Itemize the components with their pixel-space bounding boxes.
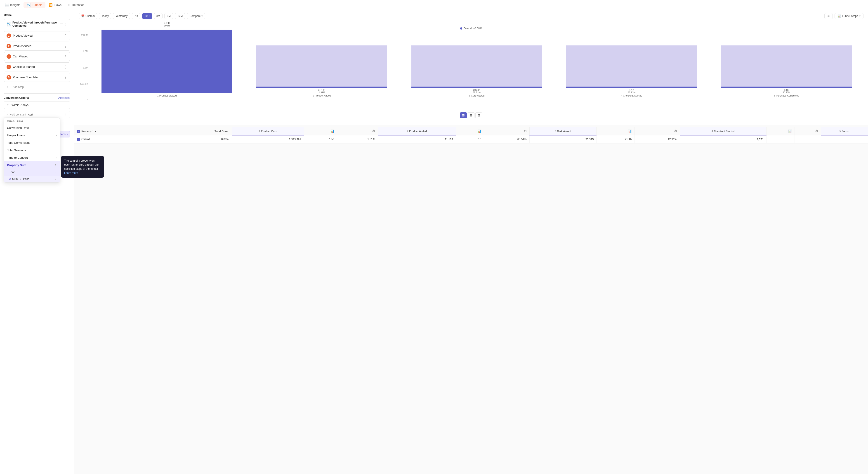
sidebar: Metric 📉 Product Viewed through Purchase… [0,10,74,474]
overall-step3-pct: 42.91% [634,135,680,144]
nav-tab-funnels[interactable]: 📉 Funnels [24,2,45,8]
within-days-text: Within 7 days [11,103,29,107]
date-7d-btn[interactable]: 7D [132,13,140,19]
y-axis: 2.38M 1.8M 1.2M 595.8K 0 [79,34,90,101]
legend-dot [460,27,462,30]
step-number-5: 5 [6,75,11,80]
chevron-sub-icon: ⌄ [55,178,57,181]
step-dots-1[interactable]: ⋮ [64,34,67,38]
y-label-5: 0 [87,99,88,101]
property-dropdown[interactable]: Property 1 ▾ [81,130,96,133]
step4-time-icon: ⏱ [795,127,821,135]
step-name-3: Cart Viewed [13,55,62,58]
date-12m-btn[interactable]: 12M [175,13,185,19]
step-item-5[interactable]: 5 Purchase Completed ⋮ [4,73,70,82]
clock-icon: ⏱ [6,103,10,107]
toggle-grid-btn[interactable]: ⊞ [468,112,474,118]
dropdown-total-conversions[interactable]: Total Conversions [4,139,60,147]
legend-text: Overall · 0.08% [464,27,482,30]
bar-converted-2 [256,87,387,88]
date-30d-btn[interactable]: 30D [142,13,152,19]
step-x-label-2: 2 Product Added [313,94,331,97]
dropdown-conversion-rate[interactable]: Conversion Rate [4,124,60,131]
overall-step1-pct: 1.31% [337,135,378,144]
step-x-label-3: 3 Cart Viewed [469,94,485,97]
funnel-chart: 2.38M 1.8M 1.2M 595.8K 0 2.38M 100% [79,34,864,110]
step-item-1[interactable]: 1 Product Viewed ⋮ [4,31,70,40]
data-table: ✓ Property 1 ▾ Total Conv. 1 [74,127,868,144]
metric-sparkline-icon: 〰 [60,23,63,26]
data-table-area: ✓ Property 1 ▾ Total Conv. 1 [74,127,868,144]
dropdown-time-to-convert[interactable]: Time to Convert › [4,154,60,161]
toggle-list-btn[interactable]: ⊡ [475,112,482,118]
date-3m-btn[interactable]: 3M [154,13,163,19]
step-dots-4[interactable]: ⋮ [64,65,67,69]
metric-more-icon[interactable]: ⋮ [64,22,67,26]
step-x-label-5: 5 Purchase Completed [774,94,799,97]
dropdown-unique-users[interactable]: Unique Users › [4,131,60,139]
chevron-prop-icon: ▾ [95,130,96,133]
hold-constant-item[interactable]: ≡ Hold constant cart ⋮ [4,111,70,118]
compare-btn[interactable]: Compare ▾ [187,13,205,19]
conversion-criteria-label: Conversion Criteria [4,96,29,99]
step5-col-header: 5 Purc... [821,127,868,135]
conversion-criteria-row: Conversion Criteria Advanced [0,96,74,99]
dropdown-total-sessions[interactable]: Total Sessions [4,147,60,154]
dropdown-sub-sum-price[interactable]: # Sum › Price ⌄ [4,176,60,182]
overall-step5-count [821,135,868,144]
step-item-2[interactable]: 2 Product Added ⋮ [4,41,70,51]
nav-tab-insights[interactable]: 📊 Insights [2,2,24,8]
step-dots-2[interactable]: ⋮ [64,44,67,49]
date-today-btn[interactable]: Today [99,13,111,19]
chart-area: Overall · 0.08% 2.38M 1.8M 1.2M 595.8K 0 [74,22,868,125]
chevron-up-icon: ∧ [55,163,57,167]
total-conversions-label: Total Conversions [7,141,30,145]
step-dots-5[interactable]: ⋮ [64,75,67,80]
funnel-step-5: 1,813 20.72% 5 Purchase Completed [710,34,864,97]
step1-rate-icon: 📊 [304,127,337,135]
date-yesterday-btn[interactable]: Yesterday [113,13,130,19]
y-label-1: 2.38M [81,34,88,36]
metric-header[interactable]: 📉 Product Viewed through Purchase Comple… [4,19,70,29]
step-item-3[interactable]: 3 Cart Viewed ⋮ [4,52,70,61]
step-item-4[interactable]: 4 Checkout Started ⋮ [4,62,70,71]
divider-1 [4,93,70,94]
date-custom-btn[interactable]: 📅 Custom [79,13,97,19]
add-step-button[interactable]: ＋ + Add Step [4,83,70,91]
overall-step2-count: 31,132 [378,135,456,144]
bar-pct-2: 1.31% [319,91,325,94]
overall-step1-count: 2,383,281 [232,135,304,144]
measuring-dropdown: Measuring Conversion Rate Unique Users ›… [4,118,60,183]
cart-label: cart [11,171,16,174]
step-dots-3[interactable]: ⋮ [64,55,67,59]
property-checkbox[interactable]: ✓ [77,130,80,133]
nav-tab-flows[interactable]: 🔀 Flows [45,2,65,8]
list-sub-icon: ☰ [7,171,9,174]
hold-constant-dots[interactable]: ⋮ [64,113,67,116]
step-name-2: Product Added [13,44,62,48]
toggle-table-btn[interactable]: ⊟ [460,112,467,118]
dropdown-property-sum[interactable]: Property Sum ∧ [4,161,60,169]
advanced-button[interactable]: Advanced [58,96,70,99]
settings-icon: ⚙ [827,14,830,18]
nav-tab-retention[interactable]: ⊞ Retention [65,2,88,8]
arrow-right-icon: › [20,178,21,181]
metric-icon: 📉 [6,22,11,27]
step-number-4: 4 [6,65,11,69]
bar-pct-4: 42.91% [628,91,636,94]
settings-btn[interactable]: ⚙ [825,13,833,19]
learn-more-link[interactable]: Learn more [64,171,74,175]
step2-time-icon: ⏱ [484,127,529,135]
step-number-1: 1 [6,33,11,38]
property-sum-tooltip: The sum of a property on each funnel ste… [61,156,74,178]
overall-step2-time: 1d [456,135,484,144]
property-col-header: ✓ Property 1 ▾ [74,127,170,135]
funnel-steps-btn[interactable]: 📊 Funnel Steps ▾ [835,13,864,19]
dropdown-sub-cart[interactable]: ☰ cart ⌄ [4,169,60,176]
bar-converted-4 [566,87,697,88]
overall-checkbox[interactable]: ✓ [77,138,80,141]
within-days-item[interactable]: ⏱ Within 7 days [4,101,70,109]
date-6m-btn[interactable]: 6M [164,13,173,19]
step-x-label-4: 4 Checkout Started [621,94,642,97]
overall-step4-count: 8,751 [680,135,766,144]
